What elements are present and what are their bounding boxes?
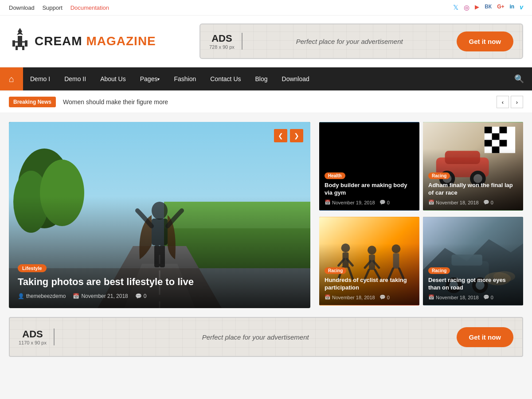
nav-home-button[interactable]: ⌂ bbox=[0, 67, 23, 90]
nav-search-button[interactable]: 🔍 bbox=[506, 67, 532, 90]
nav-item-contact[interactable]: Contact Us bbox=[203, 67, 248, 90]
logo-text: CREAM MAGAZINE bbox=[35, 34, 156, 48]
featured-title: Taking photos are best lifestyle to live bbox=[18, 276, 301, 289]
side-card-0-content: Health Body builder are making body via … bbox=[319, 166, 419, 211]
side-card-2-meta: 📅 November 18, 2018 💬 0 bbox=[325, 294, 414, 300]
side-card-2-category: Racing bbox=[325, 267, 346, 274]
featured-nav: ❮ ❯ bbox=[274, 129, 303, 142]
nav-item-fashion[interactable]: Fashion bbox=[167, 67, 203, 90]
side-card-3-title: Desert racing got more eyes than on road bbox=[428, 277, 518, 292]
featured-category-badge: Lifestyle bbox=[18, 264, 47, 272]
side-card-1[interactable]: Racing Adham finally won the final lap o… bbox=[423, 122, 523, 211]
side-card-0[interactable]: Health Body builder are making body via … bbox=[319, 122, 419, 211]
breaking-news-prev-button[interactable]: ‹ bbox=[497, 96, 509, 108]
logo-magazine: MAGAZINE bbox=[86, 34, 156, 48]
header-ad-button[interactable]: Get it now bbox=[457, 31, 514, 51]
side-card-1-date: 📅 November 18, 2018 bbox=[428, 200, 479, 205]
featured-author: 👤 themebeezdemo bbox=[18, 293, 66, 299]
side-card-0-category: Health bbox=[325, 172, 345, 179]
breaking-news-text: Women should make their figure more bbox=[63, 98, 497, 106]
bottom-ad-label: ADS bbox=[22, 329, 43, 340]
breaking-news-badge: Breaking News bbox=[9, 97, 56, 107]
side-card-3-comments: 💬 0 bbox=[483, 294, 493, 300]
side-card-1-meta: 📅 November 18, 2018 💬 0 bbox=[428, 200, 518, 205]
side-card-3-content: Racing Desert racing got more eyes than … bbox=[423, 261, 523, 305]
side-card-3[interactable]: Racing Desert racing got more eyes than … bbox=[423, 217, 523, 305]
svg-rect-4 bbox=[12, 40, 15, 47]
side-card-1-content: Racing Adham finally won the final lap o… bbox=[423, 166, 523, 211]
side-card-0-title: Body builder are making body via gym bbox=[325, 182, 414, 197]
featured-date: 📅 November 21, 2018 bbox=[73, 293, 128, 299]
featured-meta: 👤 themebeezdemo 📅 November 21, 2018 💬 0 bbox=[18, 293, 301, 299]
side-card-2[interactable]: Racing Hundreds of cyclist are taking pa… bbox=[319, 217, 419, 305]
header-ad-banner: ADS 728 x 90 px Perfect place for your a… bbox=[200, 23, 523, 59]
bottom-ad-tagline: Perfect place for your advertisement bbox=[55, 333, 457, 341]
vimeo-icon[interactable]: v bbox=[520, 4, 523, 12]
breaking-news-bar: Breaking News Women should make their fi… bbox=[0, 91, 532, 113]
topbar-download-link[interactable]: Download bbox=[9, 4, 35, 11]
featured-content: Lifestyle Taking photos are best lifesty… bbox=[9, 255, 310, 308]
topbar-social: 𝕏 ◎ ▶ ВК G+ in v bbox=[453, 4, 523, 12]
side-card-0-date: 📅 November 19, 2018 bbox=[325, 200, 375, 205]
svg-rect-1 bbox=[13, 41, 27, 43]
nav-item-download[interactable]: Download bbox=[275, 67, 317, 90]
side-grid: Health Body builder are making body via … bbox=[319, 122, 523, 308]
side-card-2-date: 📅 November 18, 2018 bbox=[325, 294, 375, 300]
nav-item-demo2[interactable]: Demo II bbox=[57, 67, 93, 90]
side-card-2-content: Racing Hundreds of cyclist are taking pa… bbox=[319, 261, 419, 305]
side-card-1-comments: 💬 0 bbox=[483, 200, 493, 205]
nav-item-demo1[interactable]: Demo I bbox=[23, 67, 57, 90]
side-card-3-category: Racing bbox=[428, 267, 450, 274]
svg-rect-3 bbox=[22, 46, 24, 50]
featured-prev-button[interactable]: ❮ bbox=[274, 129, 287, 142]
topbar-support-link[interactable]: Support bbox=[42, 4, 63, 11]
header: CREAM MAGAZINE ADS 728 x 90 px Perfect p… bbox=[0, 16, 532, 67]
bottom-ad-info: ADS 1170 x 90 px bbox=[19, 329, 55, 345]
ad-size: 728 x 90 px bbox=[209, 44, 235, 50]
svg-rect-2 bbox=[16, 46, 18, 50]
side-card-1-title: Adham finally won the final lap of car r… bbox=[428, 182, 518, 197]
topbar-links: Download Support Documentation bbox=[9, 4, 115, 11]
featured-comments: 💬 0 bbox=[135, 293, 147, 299]
main-nav: ⌂ Demo I Demo II About Us Pages Fashion … bbox=[0, 67, 532, 90]
nav-item-pages[interactable]: Pages bbox=[133, 67, 167, 90]
side-card-2-title: Hundreds of cyclist are taking participa… bbox=[325, 277, 414, 292]
topbar: Download Support Documentation 𝕏 ◎ ▶ ВК … bbox=[0, 0, 532, 16]
bottom-ad-banner: ADS 1170 x 90 px Perfect place for your … bbox=[9, 317, 523, 357]
vk-icon[interactable]: ВК bbox=[485, 4, 492, 12]
logo[interactable]: CREAM MAGAZINE bbox=[9, 27, 156, 56]
nav-item-about[interactable]: About Us bbox=[93, 67, 133, 90]
breaking-news-nav: ‹ › bbox=[497, 96, 523, 108]
side-card-3-date: 📅 November 18, 2018 bbox=[428, 294, 479, 300]
featured-next-button[interactable]: ❯ bbox=[290, 129, 303, 142]
side-card-3-meta: 📅 November 18, 2018 💬 0 bbox=[428, 294, 518, 300]
nav-items: Demo I Demo II About Us Pages Fashion Co… bbox=[23, 67, 506, 90]
instagram-icon[interactable]: ◎ bbox=[464, 4, 469, 12]
twitter-icon[interactable]: 𝕏 bbox=[453, 4, 458, 12]
bottom-ad-button[interactable]: Get it now bbox=[457, 327, 514, 347]
breaking-news-next-button[interactable]: › bbox=[511, 96, 523, 108]
featured-article[interactable]: ❮ ❯ Lifestyle Taking photos are best lif… bbox=[9, 122, 310, 308]
svg-rect-5 bbox=[25, 40, 27, 47]
logo-icon bbox=[9, 27, 31, 56]
ad-label: ADS bbox=[211, 33, 232, 44]
side-card-1-category: Racing bbox=[428, 172, 450, 179]
side-card-0-meta: 📅 November 19, 2018 💬 0 bbox=[325, 200, 414, 205]
side-card-2-comments: 💬 0 bbox=[379, 294, 390, 300]
side-card-0-comments: 💬 0 bbox=[379, 200, 390, 205]
googleplus-icon[interactable]: G+ bbox=[497, 4, 504, 12]
main-content: ❮ ❯ Lifestyle Taking photos are best lif… bbox=[0, 113, 532, 317]
youtube-icon[interactable]: ▶ bbox=[475, 4, 479, 12]
ad-tagline: Perfect place for your advertisement bbox=[243, 38, 457, 45]
bottom-ad-size: 1170 x 90 px bbox=[19, 340, 47, 345]
logo-cream: CREAM bbox=[35, 34, 82, 48]
nav-item-blog[interactable]: Blog bbox=[248, 67, 275, 90]
linkedin-icon[interactable]: in bbox=[510, 4, 515, 12]
ad-info: ADS 728 x 90 px bbox=[209, 33, 243, 50]
topbar-documentation-link[interactable]: Documentation bbox=[70, 4, 109, 11]
